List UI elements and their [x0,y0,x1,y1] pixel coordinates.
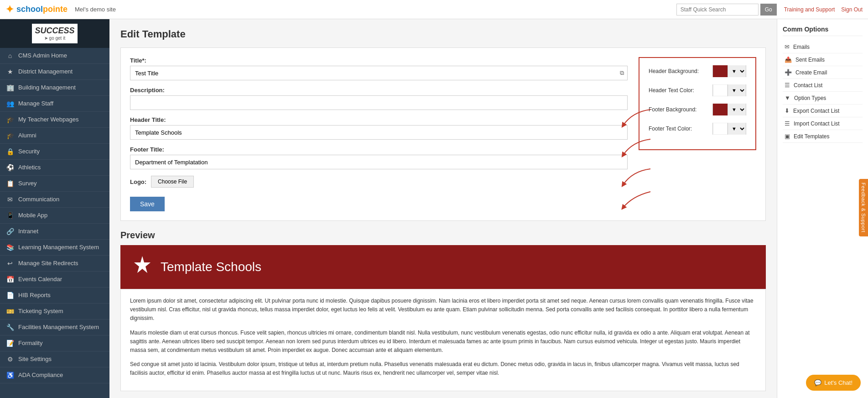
header-bg-dropdown[interactable]: ▼ [728,65,746,77]
sidebar-item-intranet[interactable]: 🔗 Intranet [0,224,109,240]
athletics-icon: ⚽ [6,164,14,171]
sidebar-item-lms[interactable]: 📚 Learning Management System [0,240,109,256]
right-panel-item-label: Emails [793,44,810,50]
sidebar-item-label: My Teacher Webpages [18,116,78,123]
contact-list-icon: ☰ [785,82,790,89]
sidebar-item-formality[interactable]: 📝 Formality [0,335,109,351]
footer-bg-dropdown[interactable]: ▼ [728,104,746,115]
feedback-tab[interactable]: Feedback & Support [859,179,868,236]
arrow-annotation2 [619,137,655,160]
footer-bg-label: Footer Background: [649,106,708,113]
right-panel-title: Comm Options [783,26,863,36]
right-panel-item-edit-templates[interactable]: ▣ Edit Templates [783,130,863,143]
footer-text-picker[interactable]: ▼ [712,123,746,135]
title-input[interactable] [130,66,628,80]
sidebar-item-label: District Management [18,68,73,75]
sidebar-item-district[interactable]: ★ District Management [0,64,109,80]
logo-star: ✦ [5,4,14,16]
sidebar-item-redirects[interactable]: ↩ Manage Site Redirects [0,256,109,272]
sidebar-item-label: ADA Compliance [18,372,63,378]
sidebar-item-ticketing[interactable]: 🎫 Ticketing System [0,304,109,319]
right-panel-item-import-contact[interactable]: ☰ Import Contact List [783,117,863,130]
preview-paragraph-3: Sed congue sit amet justo id lacinia. Ve… [130,360,756,377]
right-panel-item-label: Contact List [794,82,822,89]
sidebar-item-label: Ticketing System [18,308,63,314]
sidebar-item-communication[interactable]: ✉ Communication [0,192,109,208]
signout-link[interactable]: Sign Out [841,6,863,13]
description-label: Description: [130,87,628,94]
right-panel-item-emails[interactable]: ✉ Emails [783,41,863,53]
facilities-icon: 🔧 [6,324,14,331]
ada-icon: ♿ [6,372,14,379]
right-panel-item-contact-list[interactable]: ☰ Contact List [783,79,863,92]
header-title-group: Header Title: [130,116,628,140]
redirects-icon: ↩ [6,260,14,267]
sidebar-item-hib[interactable]: 📄 HIB Reports [0,288,109,304]
chat-icon: 💬 [814,379,821,386]
header-text-dropdown[interactable]: ▼ [728,84,746,96]
search-go-button[interactable]: Go [760,4,777,16]
footer-text-dropdown[interactable]: ▼ [728,123,746,135]
import-icon: ☰ [785,120,790,127]
mobile-icon: 📱 [6,212,14,219]
preview-header: Template Schools [120,245,766,289]
title-group: Title*: ⧉ [130,57,628,80]
right-panel-item-create-email[interactable]: ➕ Create Email [783,66,863,79]
footer-bg-picker[interactable]: ▼ [712,104,746,115]
sidebar-item-label: Mobile App [18,212,47,219]
right-panel-item-option-types[interactable]: ▼ Option Types [783,92,863,105]
sidebar-item-mobile[interactable]: 📱 Mobile App [0,208,109,224]
sidebar-item-staff[interactable]: 👥 Manage Staff [0,96,109,112]
sidebar-item-label: Manage Site Redirects [18,260,78,267]
form-row: Title*: ⧉ Description: Header Title: [130,57,756,211]
sidebar-item-label: Building Management [18,84,76,91]
edit-template-form: Title*: ⧉ Description: Header Title: [120,47,766,221]
sidebar-item-label: HIB Reports [18,292,51,298]
sidebar-item-alumni[interactable]: 🎓 Alumni [0,128,109,144]
sidebar-item-security[interactable]: 🔒 Security [0,144,109,160]
sidebar: SUCCESS ➤ go get it ⌂ CMS Admin Home ★ D… [0,19,109,398]
right-panel: Comm Options ✉ Emails 📤 Sent Emails ➕ Cr… [777,19,868,398]
arrow-annotation3 [619,167,655,189]
lock-icon: 🔒 [6,148,14,155]
footer-title-group: Footer Title: [130,146,628,169]
sidebar-item-label: Survey [18,180,36,187]
right-panel-item-label: Import Contact List [794,120,840,127]
sidebar-item-athletics[interactable]: ⚽ Athletics [0,160,109,176]
header-title-input[interactable] [130,125,628,140]
right-panel-item-export-contact[interactable]: ⬇ Export Contact List [783,105,863,117]
sidebar-item-label: Alumni [18,132,36,139]
chat-button[interactable]: 💬 Let's Chat! [806,375,861,391]
sidebar-item-label: Learning Management System [18,244,99,251]
footer-text-row: Footer Text Color: ▼ [649,123,746,135]
edit-templates-icon: ▣ [785,133,790,140]
header-bg-row: Header Background: ▼ [649,65,746,77]
header-bg-picker[interactable]: ▼ [712,65,746,77]
header-text-picker[interactable]: ▼ [712,84,746,96]
sidebar-item-site-settings[interactable]: ⚙ Site Settings [0,351,109,367]
preview-paragraph-1: Lorem ipsum dolor sit amet, consectetur … [130,297,756,323]
sidebar-item-label: Communication [18,196,59,203]
save-button[interactable]: Save [130,197,165,211]
description-input[interactable] [130,95,628,110]
sidebar-item-building[interactable]: 🏢 Building Management [0,80,109,96]
logo: ✦ schoolpointe [5,4,68,16]
sidebar-item-cms-admin[interactable]: ⌂ CMS Admin Home [0,48,109,64]
sidebar-item-facilities[interactable]: 🔧 Facilities Management System [0,319,109,335]
staff-search: Go [676,4,777,16]
right-panel-item-sent-emails[interactable]: 📤 Sent Emails [783,53,863,66]
footer-title-input[interactable] [130,155,628,169]
training-link[interactable]: Training and Support [784,6,835,13]
main-layout: SUCCESS ➤ go get it ⌂ CMS Admin Home ★ D… [0,19,868,398]
choose-file-button[interactable]: Choose File [151,176,194,188]
sidebar-item-teacher[interactable]: 🎓 My Teacher Webpages [0,112,109,128]
sidebar-item-ada[interactable]: ♿ ADA Compliance [0,367,109,383]
sidebar-item-events[interactable]: 📅 Events Calendar [0,272,109,288]
search-input[interactable] [676,4,759,16]
page-title: Edit Template [120,28,766,40]
export-icon: ⬇ [785,107,790,114]
communication-icon: ✉ [6,196,14,203]
alumni-icon: 🎓 [6,132,14,139]
sidebar-item-survey[interactable]: 📋 Survey [0,176,109,192]
content-area: Edit Template Title*: ⧉ Description: [109,19,777,398]
